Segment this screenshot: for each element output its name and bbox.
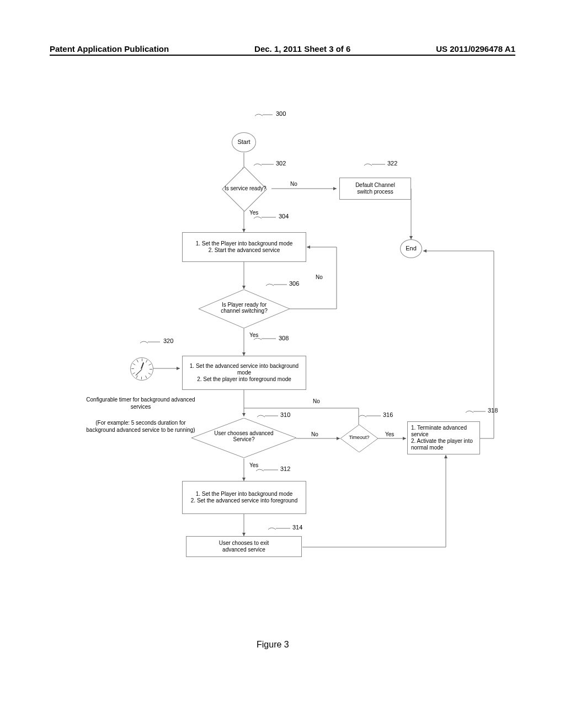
- decision-316: Timeout?: [340, 425, 378, 452]
- decision-302: Is service ready?: [222, 167, 267, 212]
- process-308-l1: 1. Set the advanced service into backgro…: [185, 363, 303, 376]
- ref-312: 312: [280, 465, 290, 472]
- ref-320: 320: [163, 338, 173, 344]
- ref-316: 316: [383, 411, 393, 418]
- process-304: 1. Set the Player into background mode 2…: [182, 232, 306, 262]
- start-terminator: Start: [232, 132, 256, 152]
- patent-header: Patent Application Publication Dec. 1, 2…: [50, 44, 515, 56]
- decision-316-label: Timeout?: [340, 435, 378, 440]
- process-318: 1. Terminate advanced service 2. Activat…: [407, 421, 480, 454]
- edge-302-no: No: [289, 181, 299, 187]
- process-314: User chooses to exit advanced service: [186, 536, 302, 557]
- decision-310: User chooses advanced Service?: [191, 418, 296, 458]
- ref-310: 310: [280, 411, 290, 418]
- timer-caption-bottom: (For example: 5 seconds duration for bac…: [83, 419, 199, 433]
- process-318-l1: 1. Terminate advanced service: [411, 425, 476, 438]
- decision-306-label: Is Player ready for channel switching?: [199, 302, 290, 314]
- process-308-l2: 2. Set the player into foreground mode: [197, 376, 291, 383]
- decision-302-label: Is service ready?: [216, 185, 275, 191]
- ref-318: 318: [488, 407, 498, 414]
- process-308: 1. Set the advanced service into backgro…: [182, 356, 306, 390]
- header-center: Dec. 1, 2011 Sheet 3 of 6: [254, 44, 350, 53]
- ref-302: 302: [276, 160, 286, 167]
- edge-302-yes: Yes: [248, 210, 259, 216]
- ref-304: 304: [279, 213, 289, 220]
- decision-306: Is Player ready for channel switching?: [199, 290, 290, 328]
- ref-306: 306: [289, 280, 299, 287]
- process-304-l1: 1. Set the Player into background mode: [196, 240, 293, 247]
- process-318-l2: 2. Activate the player into normal mode: [411, 438, 476, 451]
- header-left: Patent Application Publication: [50, 44, 169, 53]
- start-label: Start: [237, 138, 250, 146]
- edge-316-no: No: [312, 398, 321, 404]
- ref-314: 314: [292, 524, 302, 531]
- header-right: US 2011/0296478 A1: [436, 44, 515, 53]
- end-label: End: [406, 245, 417, 252]
- page: Patent Application Publication Dec. 1, 2…: [0, 0, 565, 728]
- ref-308: 308: [279, 335, 289, 341]
- edge-310-yes: Yes: [248, 462, 259, 468]
- end-terminator: End: [400, 239, 422, 258]
- edge-316-yes: Yes: [384, 431, 395, 437]
- edge-306-no: No: [315, 274, 324, 280]
- ref-300: 300: [276, 110, 286, 117]
- clock-icon: [130, 357, 153, 381]
- process-322-label: Default Channel switch process: [355, 182, 395, 195]
- process-312-l1: 1. Set the Player into background mode: [196, 491, 293, 497]
- process-322: Default Channel switch process: [339, 178, 411, 200]
- timer-caption-top: Configurable timer for background advanc…: [83, 396, 199, 410]
- process-314-label: User chooses to exit advanced service: [219, 540, 269, 553]
- process-304-l2: 2. Start the advanced service: [209, 247, 280, 254]
- ref-322: 322: [387, 160, 397, 167]
- process-312-l2: 2. Set the advanced service into foregro…: [191, 497, 297, 504]
- process-312: 1. Set the Player into background mode 2…: [182, 481, 306, 514]
- figure-caption: Figure 3: [257, 640, 289, 650]
- edge-310-no: No: [310, 431, 319, 437]
- edge-306-yes: Yes: [248, 332, 259, 338]
- decision-310-label: User chooses advanced Service?: [191, 430, 296, 442]
